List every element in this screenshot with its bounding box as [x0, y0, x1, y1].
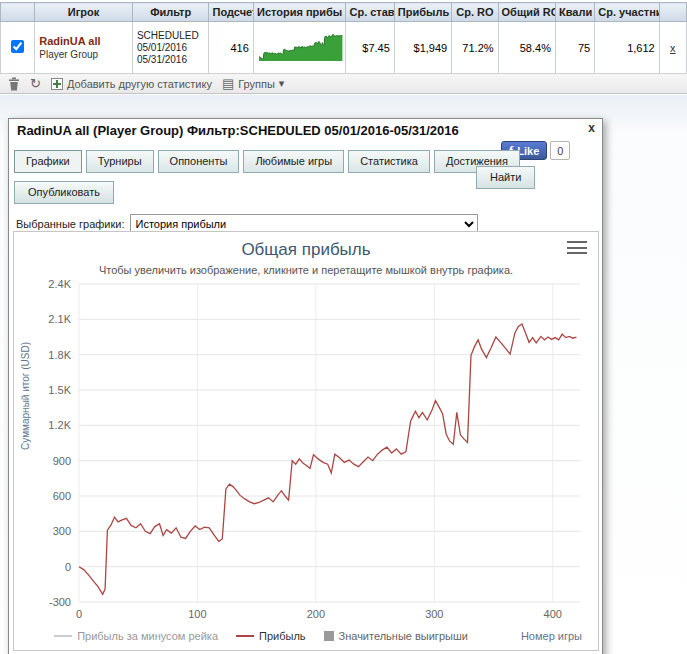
- filter-cell: SCHEDULED 05/01/2016 05/31/2016: [132, 22, 209, 74]
- table-row: RadinUA all Player Group SCHEDULED 05/01…: [1, 22, 687, 74]
- col-header-quali[interactable]: Квали: [555, 3, 594, 22]
- legend-item[interactable]: Прибыль: [236, 630, 306, 642]
- profit-cell: $1,949: [394, 22, 451, 74]
- player-stats-popup: RadinUA all (Player Group) Фильтр:SCHEDU…: [8, 118, 603, 654]
- legend-item[interactable]: Значительные выигрыши: [324, 630, 468, 642]
- col-header-remove: [659, 3, 686, 22]
- col-header-count[interactable]: Подсчет: [209, 3, 253, 22]
- svg-text:100: 100: [188, 608, 206, 620]
- col-header-profit[interactable]: Прибыль: [394, 3, 451, 22]
- legend-label: Прибыль за минусом рейка: [77, 630, 218, 642]
- tab-statistics[interactable]: Статистика: [348, 150, 430, 173]
- avg-stake-cell: $7.45: [346, 22, 394, 74]
- svg-text:300: 300: [425, 608, 443, 620]
- screen: Игрок Фильтр Подсчет История прибы Ср. с…: [0, 0, 687, 654]
- table-header-row: Игрок Фильтр Подсчет История прибы Ср. с…: [1, 3, 687, 22]
- avg-roi-cell: 71.2%: [452, 22, 498, 74]
- col-header-avg-roi[interactable]: Ср. RO: [452, 3, 498, 22]
- groups-button[interactable]: ▤ Группы ▾: [222, 77, 284, 90]
- profit-chart-plot[interactable]: 0100200300400-30003006009001.2K1.5K1.8K2…: [14, 232, 598, 650]
- chart-x-axis-title: Номер игры: [521, 630, 582, 642]
- chart-container: Общая прибыль Чтобы увеличить изображени…: [13, 231, 599, 651]
- add-statistic-label: Добавить другую статистику: [67, 78, 212, 90]
- tab-charts[interactable]: Графики: [14, 150, 82, 173]
- tab-favorite-games[interactable]: Любимые игры: [243, 150, 344, 173]
- add-statistic-button[interactable]: Добавить другую статистику: [51, 78, 212, 90]
- svg-text:1.2K: 1.2K: [48, 419, 71, 431]
- chart-subtitle: Чтобы увеличить изображение, кликните и …: [14, 264, 598, 276]
- facebook-like-label: Like: [517, 145, 539, 157]
- col-header-avg-entrants[interactable]: Ср. участни: [595, 3, 659, 22]
- filter-line: 05/31/2016: [137, 54, 205, 66]
- refresh-icon[interactable]: ↻: [30, 77, 41, 90]
- svg-text:1.8K: 1.8K: [48, 349, 71, 361]
- total-roi-cell: 58.4%: [498, 22, 555, 74]
- svg-text:200: 200: [307, 608, 325, 620]
- player-type: Player Group: [39, 49, 128, 60]
- svg-text:2.4K: 2.4K: [48, 278, 71, 290]
- facebook-like-count: 0: [550, 141, 570, 160]
- svg-text:1.5K: 1.5K: [48, 384, 71, 396]
- svg-text:900: 900: [53, 455, 71, 467]
- find-button[interactable]: Найти: [476, 166, 535, 189]
- svg-text:400: 400: [544, 608, 562, 620]
- player-name[interactable]: RadinUA all: [39, 35, 128, 47]
- popup-tabs: Графики Турниры Оппоненты Любимые игры С…: [14, 150, 520, 173]
- close-icon[interactable]: x: [588, 121, 595, 135]
- chevron-down-icon: ▾: [279, 77, 285, 90]
- tab-opponents[interactable]: Оппоненты: [158, 150, 240, 173]
- col-header-player[interactable]: Игрок: [35, 3, 133, 22]
- filter-line: 05/01/2016: [137, 42, 205, 54]
- col-header-profit-history[interactable]: История прибы: [253, 3, 346, 22]
- svg-text:0: 0: [65, 561, 71, 573]
- popup-title: RadinUA all (Player Group) Фильтр:SCHEDU…: [9, 119, 602, 141]
- legend-swatch: [324, 631, 334, 641]
- toolbar: ↻ Добавить другую статистику ▤ Группы ▾: [0, 73, 687, 94]
- results-table-wrap: Игрок Фильтр Подсчет История прибы Ср. с…: [0, 2, 687, 74]
- tab-tournaments[interactable]: Турниры: [86, 150, 154, 173]
- col-header-total-roi[interactable]: Общий RO: [498, 3, 555, 22]
- svg-text:2.1K: 2.1K: [48, 313, 71, 325]
- col-header-avg-stake[interactable]: Ср. став: [346, 3, 394, 22]
- publish-button[interactable]: Опубликовать: [14, 181, 114, 204]
- sparkline-cell[interactable]: [253, 22, 346, 74]
- quali-cell: 75: [555, 22, 594, 74]
- svg-text:-300: -300: [49, 596, 71, 608]
- legend-label: Прибыль: [259, 630, 306, 642]
- remove-link[interactable]: x: [670, 42, 676, 54]
- groups-icon: ▤: [222, 77, 234, 90]
- svg-text:300: 300: [53, 525, 71, 537]
- legend-item[interactable]: Прибыль за минусом рейка: [54, 630, 218, 642]
- avg-entrants-cell: 1,612: [595, 22, 659, 74]
- groups-label: Группы: [238, 78, 275, 90]
- chart-y-axis-title: Суммарный итог (USD): [20, 342, 31, 450]
- delete-icon[interactable]: [8, 77, 20, 91]
- svg-text:600: 600: [53, 490, 71, 502]
- chart-select-label: Выбранные графики:: [16, 218, 124, 230]
- chart-legend: Прибыль за минусом рейкаПрибыльЗначитель…: [14, 630, 508, 642]
- legend-swatch: [54, 635, 72, 637]
- profit-sparkline: [258, 32, 344, 62]
- chart-title: Общая прибыль: [14, 240, 598, 260]
- legend-label: Значительные выигрыши: [339, 630, 468, 642]
- header-checkbox-col: [1, 3, 35, 22]
- results-table: Игрок Фильтр Подсчет История прибы Ср. с…: [0, 2, 687, 74]
- filter-line: SCHEDULED: [137, 30, 205, 42]
- count-cell: 416: [209, 22, 253, 74]
- col-header-filter[interactable]: Фильтр: [132, 3, 209, 22]
- row-checkbox[interactable]: [11, 40, 24, 53]
- legend-swatch: [236, 635, 254, 637]
- svg-text:0: 0: [76, 608, 82, 620]
- add-statistic-icon: [51, 78, 63, 90]
- chart-menu-icon[interactable]: [566, 239, 588, 256]
